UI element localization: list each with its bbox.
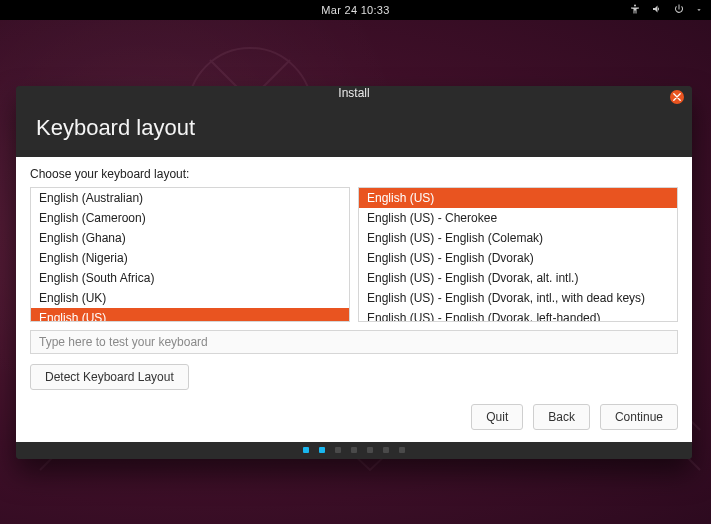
progress-dots [16,442,692,459]
progress-dot [351,447,357,453]
progress-dot [383,447,389,453]
list-item[interactable]: English (South Africa) [31,268,349,288]
status-area[interactable] [629,0,703,20]
list-item[interactable]: English (Australian) [31,188,349,208]
back-button[interactable]: Back [533,404,590,430]
clock: Mar 24 10:33 [321,4,389,16]
window-title: Install [338,86,369,100]
list-item[interactable]: English (US) - English (Dvorak, alt. int… [359,268,677,288]
chevron-down-icon[interactable] [695,4,703,16]
close-button[interactable] [670,90,684,104]
svg-point-1 [634,5,636,7]
list-item[interactable]: English (Cameroon) [31,208,349,228]
installer-window: Install Keyboard layout Choose your keyb… [16,86,692,459]
list-item[interactable]: English (US) [31,308,349,322]
list-item[interactable]: English (US) - English (Colemak) [359,228,677,248]
keyboard-test-input[interactable] [30,330,678,354]
list-item[interactable]: English (US) - English (Dvorak, left-han… [359,308,677,322]
list-item[interactable]: English (Ghana) [31,228,349,248]
list-item[interactable]: English (US) - Cherokee [359,208,677,228]
test-row [30,330,678,354]
progress-dot [303,447,309,453]
volume-icon[interactable] [651,3,663,17]
progress-dot [319,447,325,453]
progress-dot [399,447,405,453]
content-area: Choose your keyboard layout: English (Au… [16,157,692,442]
detect-layout-button[interactable]: Detect Keyboard Layout [30,364,189,390]
list-item[interactable]: English (US) - English (Dvorak, intl., w… [359,288,677,308]
progress-dot [335,447,341,453]
progress-dot [367,447,373,453]
prompt-label: Choose your keyboard layout: [30,167,678,181]
close-icon [673,93,681,101]
keyboard-lists: English (Australian)English (Cameroon)En… [30,187,678,322]
list-item[interactable]: English (UK) [31,288,349,308]
nav-buttons: Quit Back Continue [30,404,678,430]
list-item[interactable]: English (Nigeria) [31,248,349,268]
desktop: Mar 24 10:33 Install Keyboard layout [0,0,711,524]
gnome-topbar: Mar 24 10:33 [0,0,711,20]
quit-button[interactable]: Quit [471,404,523,430]
detect-row: Detect Keyboard Layout [30,364,678,390]
continue-button[interactable]: Continue [600,404,678,430]
power-icon[interactable] [673,3,685,17]
variant-list[interactable]: English (US)English (US) - CherokeeEngli… [358,187,678,322]
layout-list[interactable]: English (Australian)English (Cameroon)En… [30,187,350,322]
window-titlebar: Install [16,86,692,101]
list-item[interactable]: English (US) [359,188,677,208]
list-item[interactable]: English (US) - English (Dvorak) [359,248,677,268]
a11y-icon[interactable] [629,3,641,17]
page-heading: Keyboard layout [16,101,692,157]
